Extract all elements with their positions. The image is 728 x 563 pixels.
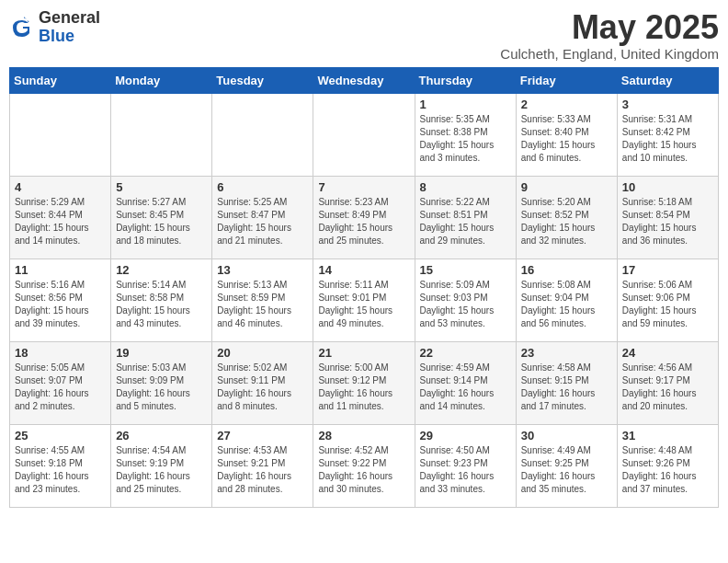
calendar-cell: 21Sunrise: 5:00 AM Sunset: 9:12 PM Dayli… bbox=[313, 341, 415, 424]
calendar-cell: 5Sunrise: 5:27 AM Sunset: 8:45 PM Daylig… bbox=[111, 176, 212, 259]
calendar-cell: 11Sunrise: 5:16 AM Sunset: 8:56 PM Dayli… bbox=[10, 259, 111, 341]
day-number: 3 bbox=[622, 98, 713, 111]
day-info: Sunrise: 5:11 AM Sunset: 9:01 PM Dayligh… bbox=[318, 279, 409, 330]
calendar-cell: 14Sunrise: 5:11 AM Sunset: 9:01 PM Dayli… bbox=[313, 259, 415, 341]
day-number: 17 bbox=[622, 263, 713, 277]
calendar-table: SundayMondayTuesdayWednesdayThursdayFrid… bbox=[9, 67, 719, 508]
day-number: 26 bbox=[116, 429, 207, 442]
day-info: Sunrise: 5:27 AM Sunset: 8:45 PM Dayligh… bbox=[116, 196, 207, 247]
weekday-header-saturday: Saturday bbox=[617, 67, 718, 93]
day-number: 11 bbox=[15, 263, 106, 277]
weekday-header-row: SundayMondayTuesdayWednesdayThursdayFrid… bbox=[10, 67, 719, 93]
calendar-cell: 30Sunrise: 4:49 AM Sunset: 9:25 PM Dayli… bbox=[516, 424, 617, 507]
calendar-cell: 16Sunrise: 5:08 AM Sunset: 9:04 PM Dayli… bbox=[516, 259, 617, 341]
weekday-header-tuesday: Tuesday bbox=[212, 67, 313, 93]
day-number: 13 bbox=[217, 263, 308, 277]
day-number: 2 bbox=[521, 98, 612, 111]
calendar-week-row: 18Sunrise: 5:05 AM Sunset: 9:07 PM Dayli… bbox=[10, 341, 719, 424]
calendar-cell: 13Sunrise: 5:13 AM Sunset: 8:59 PM Dayli… bbox=[212, 259, 313, 341]
calendar-cell: 18Sunrise: 5:05 AM Sunset: 9:07 PM Dayli… bbox=[10, 341, 111, 424]
day-info: Sunrise: 4:50 AM Sunset: 9:23 PM Dayligh… bbox=[420, 444, 511, 496]
day-info: Sunrise: 4:56 AM Sunset: 9:17 PM Dayligh… bbox=[622, 362, 713, 413]
day-number: 16 bbox=[521, 263, 612, 277]
day-number: 9 bbox=[521, 180, 612, 194]
day-number: 29 bbox=[420, 429, 511, 442]
day-info: Sunrise: 5:22 AM Sunset: 8:51 PM Dayligh… bbox=[420, 196, 511, 247]
day-info: Sunrise: 5:14 AM Sunset: 8:58 PM Dayligh… bbox=[116, 279, 207, 330]
day-info: Sunrise: 5:29 AM Sunset: 8:44 PM Dayligh… bbox=[15, 196, 106, 247]
calendar-cell: 31Sunrise: 4:48 AM Sunset: 9:26 PM Dayli… bbox=[617, 424, 718, 507]
calendar-cell: 29Sunrise: 4:50 AM Sunset: 9:23 PM Dayli… bbox=[415, 424, 516, 507]
calendar-week-row: 25Sunrise: 4:55 AM Sunset: 9:18 PM Dayli… bbox=[10, 424, 719, 507]
day-info: Sunrise: 5:35 AM Sunset: 8:38 PM Dayligh… bbox=[420, 113, 511, 165]
calendar-cell: 4Sunrise: 5:29 AM Sunset: 8:44 PM Daylig… bbox=[10, 176, 111, 259]
day-number: 20 bbox=[217, 346, 308, 360]
day-number: 5 bbox=[116, 180, 207, 194]
calendar-cell: 12Sunrise: 5:14 AM Sunset: 8:58 PM Dayli… bbox=[111, 259, 212, 341]
day-number: 15 bbox=[420, 263, 511, 277]
calendar-cell: 20Sunrise: 5:02 AM Sunset: 9:11 PM Dayli… bbox=[212, 341, 313, 424]
calendar-cell: 3Sunrise: 5:31 AM Sunset: 8:42 PM Daylig… bbox=[617, 93, 718, 176]
calendar-cell: 6Sunrise: 5:25 AM Sunset: 8:47 PM Daylig… bbox=[212, 176, 313, 259]
day-number: 28 bbox=[318, 429, 409, 442]
calendar-cell bbox=[111, 93, 212, 176]
day-info: Sunrise: 4:49 AM Sunset: 9:25 PM Dayligh… bbox=[521, 444, 612, 496]
day-info: Sunrise: 5:16 AM Sunset: 8:56 PM Dayligh… bbox=[15, 279, 106, 330]
day-info: Sunrise: 5:20 AM Sunset: 8:52 PM Dayligh… bbox=[521, 196, 612, 247]
calendar-week-row: 1Sunrise: 5:35 AM Sunset: 8:38 PM Daylig… bbox=[10, 93, 719, 176]
day-number: 10 bbox=[622, 180, 713, 194]
day-info: Sunrise: 5:33 AM Sunset: 8:40 PM Dayligh… bbox=[521, 113, 612, 165]
logo: General Blue bbox=[9, 9, 100, 46]
day-info: Sunrise: 4:52 AM Sunset: 9:22 PM Dayligh… bbox=[318, 444, 409, 496]
logo-text: General Blue bbox=[39, 9, 100, 46]
day-info: Sunrise: 5:02 AM Sunset: 9:11 PM Dayligh… bbox=[217, 362, 308, 413]
day-number: 24 bbox=[622, 346, 713, 360]
location-subtitle: Culcheth, England, United Kingdom bbox=[500, 46, 719, 62]
calendar-cell: 24Sunrise: 4:56 AM Sunset: 9:17 PM Dayli… bbox=[617, 341, 718, 424]
day-number: 7 bbox=[318, 180, 409, 194]
calendar-cell bbox=[10, 93, 111, 176]
day-number: 1 bbox=[420, 98, 511, 111]
day-number: 8 bbox=[420, 180, 511, 194]
calendar-cell: 1Sunrise: 5:35 AM Sunset: 8:38 PM Daylig… bbox=[415, 93, 516, 176]
calendar-cell: 8Sunrise: 5:22 AM Sunset: 8:51 PM Daylig… bbox=[415, 176, 516, 259]
day-info: Sunrise: 5:31 AM Sunset: 8:42 PM Dayligh… bbox=[622, 113, 713, 165]
day-info: Sunrise: 5:05 AM Sunset: 9:07 PM Dayligh… bbox=[15, 362, 106, 413]
calendar-cell: 7Sunrise: 5:23 AM Sunset: 8:49 PM Daylig… bbox=[313, 176, 415, 259]
weekday-header-wednesday: Wednesday bbox=[313, 67, 415, 93]
day-number: 12 bbox=[116, 263, 207, 277]
day-info: Sunrise: 4:54 AM Sunset: 9:19 PM Dayligh… bbox=[116, 444, 207, 496]
day-info: Sunrise: 4:53 AM Sunset: 9:21 PM Dayligh… bbox=[217, 444, 308, 496]
logo-icon bbox=[9, 15, 35, 40]
day-number: 22 bbox=[420, 346, 511, 360]
calendar-cell: 28Sunrise: 4:52 AM Sunset: 9:22 PM Dayli… bbox=[313, 424, 415, 507]
calendar-cell: 27Sunrise: 4:53 AM Sunset: 9:21 PM Dayli… bbox=[212, 424, 313, 507]
day-info: Sunrise: 5:13 AM Sunset: 8:59 PM Dayligh… bbox=[217, 279, 308, 330]
day-info: Sunrise: 5:09 AM Sunset: 9:03 PM Dayligh… bbox=[420, 279, 511, 330]
calendar-cell: 10Sunrise: 5:18 AM Sunset: 8:54 PM Dayli… bbox=[617, 176, 718, 259]
calendar-cell: 9Sunrise: 5:20 AM Sunset: 8:52 PM Daylig… bbox=[516, 176, 617, 259]
weekday-header-monday: Monday bbox=[111, 67, 212, 93]
calendar-cell bbox=[212, 93, 313, 176]
title-block: May 2025 Culcheth, England, United Kingd… bbox=[500, 9, 719, 62]
weekday-header-sunday: Sunday bbox=[10, 67, 111, 93]
day-info: Sunrise: 4:55 AM Sunset: 9:18 PM Dayligh… bbox=[15, 444, 106, 496]
day-info: Sunrise: 5:03 AM Sunset: 9:09 PM Dayligh… bbox=[116, 362, 207, 413]
day-info: Sunrise: 4:58 AM Sunset: 9:15 PM Dayligh… bbox=[521, 362, 612, 413]
calendar-cell: 22Sunrise: 4:59 AM Sunset: 9:14 PM Dayli… bbox=[415, 341, 516, 424]
day-number: 25 bbox=[15, 429, 106, 442]
day-info: Sunrise: 5:00 AM Sunset: 9:12 PM Dayligh… bbox=[318, 362, 409, 413]
day-number: 30 bbox=[521, 429, 612, 442]
day-info: Sunrise: 4:59 AM Sunset: 9:14 PM Dayligh… bbox=[420, 362, 511, 413]
day-number: 27 bbox=[217, 429, 308, 442]
day-number: 18 bbox=[15, 346, 106, 360]
page-header: General Blue May 2025 Culcheth, England,… bbox=[9, 9, 719, 62]
month-year-title: May 2025 bbox=[500, 9, 719, 46]
calendar-cell: 17Sunrise: 5:06 AM Sunset: 9:06 PM Dayli… bbox=[617, 259, 718, 341]
calendar-cell: 19Sunrise: 5:03 AM Sunset: 9:09 PM Dayli… bbox=[111, 341, 212, 424]
day-info: Sunrise: 5:25 AM Sunset: 8:47 PM Dayligh… bbox=[217, 196, 308, 247]
calendar-cell: 25Sunrise: 4:55 AM Sunset: 9:18 PM Dayli… bbox=[10, 424, 111, 507]
calendar-cell: 26Sunrise: 4:54 AM Sunset: 9:19 PM Dayli… bbox=[111, 424, 212, 507]
day-number: 21 bbox=[318, 346, 409, 360]
calendar-week-row: 4Sunrise: 5:29 AM Sunset: 8:44 PM Daylig… bbox=[10, 176, 719, 259]
